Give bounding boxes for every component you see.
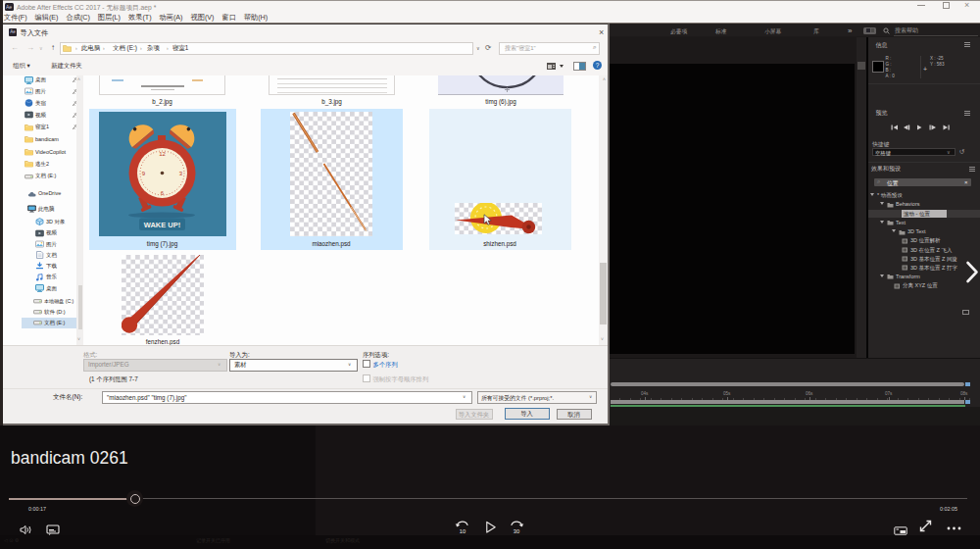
svg-text:12: 12 xyxy=(159,151,166,157)
svg-text:10: 10 xyxy=(460,528,466,534)
svg-text:30: 30 xyxy=(514,528,519,534)
svg-text:WAKE UP!: WAKE UP! xyxy=(143,221,180,229)
